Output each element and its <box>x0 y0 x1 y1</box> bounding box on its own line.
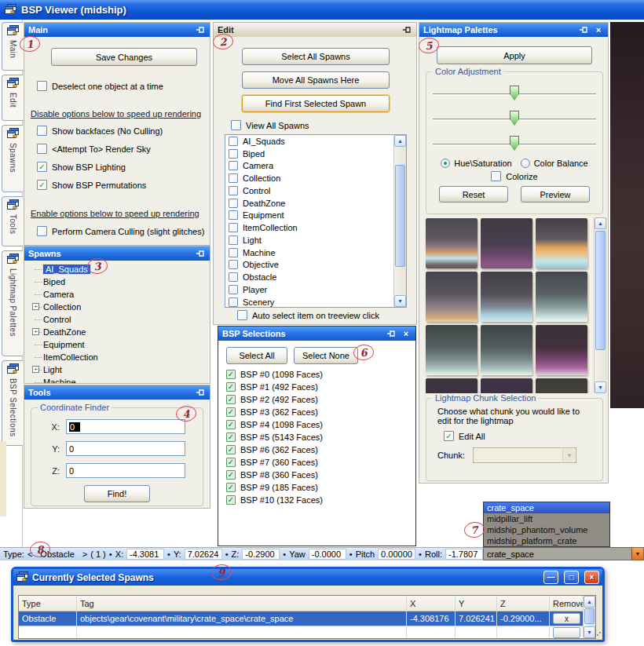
palette-scrollbar[interactable]: ▲ ▼ <box>594 217 607 393</box>
slider-thumb[interactable] <box>510 136 519 151</box>
coordinate-input-z[interactable]: 0 <box>66 463 185 478</box>
pin-icon[interactable] <box>578 24 589 35</box>
palette-swatch-11[interactable] <box>481 378 532 393</box>
unchecked-checkbox-icon[interactable] <box>229 199 238 208</box>
palette-swatch-8[interactable] <box>481 325 532 375</box>
save-changes-button[interactable]: Save Changes <box>51 48 197 66</box>
checkbox-view-all-spawns[interactable]: View All Spawns <box>231 120 309 130</box>
bsp-item-bsp-10-132-faces[interactable]: ✓BSP #10 (132 Faces) <box>223 494 412 506</box>
table-row-empty[interactable] <box>19 626 595 638</box>
bsp-item-bsp-2-492-faces[interactable]: ✓BSP #2 (492 Faces) <box>223 393 412 406</box>
palette-swatch-5[interactable] <box>481 272 532 322</box>
sidebar-tab-bsp-selections[interactable]: BSP Selections <box>2 360 23 446</box>
sidebar-tab-edit[interactable]: Edit <box>2 75 23 121</box>
select-all-spawns-button[interactable]: Select All Spawns <box>242 48 390 65</box>
expand-plus-icon[interactable]: + <box>32 303 39 310</box>
checked-checkbox-icon[interactable]: ✓ <box>226 470 236 480</box>
bsp-item-bsp-5-5143-faces[interactable]: ✓BSP #5 (5143 Faces) <box>223 431 412 443</box>
palette-swatch-2[interactable] <box>481 218 532 268</box>
select-all-button[interactable]: Select All <box>226 347 287 364</box>
checked-checkbox-icon[interactable]: ✓ <box>226 382 236 392</box>
unchecked-checkbox-icon[interactable] <box>491 171 501 181</box>
tree-item-machine[interactable]: Machine <box>32 376 210 383</box>
slider-thumb[interactable] <box>510 86 519 100</box>
color-balance-radio[interactable] <box>521 159 530 168</box>
scroll-thumb[interactable] <box>395 165 405 267</box>
expand-plus-icon[interactable]: + <box>32 366 39 373</box>
checkbox-show-bsp-lighting[interactable]: ✓Show BSP Lighting <box>37 162 163 172</box>
unchecked-checkbox-icon[interactable] <box>229 260 238 269</box>
checked-checkbox-icon[interactable]: ✓ <box>226 445 236 454</box>
slider-thumb[interactable] <box>510 111 519 126</box>
status-value-z[interactable]: -0.2900 <box>242 549 280 560</box>
remove-row-button[interactable]: x <box>553 613 580 624</box>
find-first-selected-spawn-button[interactable]: Find First Selected Spawn <box>242 95 390 112</box>
tree-item-camera[interactable]: Camera <box>32 288 210 301</box>
pin-icon[interactable] <box>401 24 412 35</box>
list-item-camera[interactable]: Camera <box>225 160 393 173</box>
tree-item-deathzone[interactable]: +DeathZone <box>32 326 210 338</box>
find-button[interactable]: Find! <box>84 485 150 502</box>
scroll-down-arrow[interactable]: ▼ <box>394 295 406 307</box>
edit-panel-header[interactable]: Edit <box>214 23 416 37</box>
unchecked-checkbox-icon[interactable] <box>229 235 238 245</box>
preview-button[interactable]: Preview <box>521 186 590 203</box>
tree-item-control[interactable]: Control <box>32 313 210 326</box>
pin-icon[interactable] <box>195 248 206 259</box>
checked-checkbox-icon[interactable]: ✓ <box>226 395 236 404</box>
list-item-control[interactable]: Control <box>225 184 393 197</box>
unchecked-checkbox-icon[interactable] <box>231 120 241 130</box>
checked-checkbox-icon[interactable]: ✓ <box>226 420 236 429</box>
list-item-biped[interactable]: Biped <box>225 148 393 160</box>
unchecked-checkbox-icon[interactable] <box>37 144 47 154</box>
scroll-down-arrow[interactable]: ▼ <box>595 381 606 393</box>
palette-swatch-12[interactable] <box>536 378 587 393</box>
unchecked-checkbox-icon[interactable] <box>37 126 47 136</box>
bsp-item-bsp-0-1098-faces[interactable]: ✓BSP #0 (1098 Faces) <box>223 368 412 381</box>
bsp-item-bsp-8-360-faces[interactable]: ✓BSP #8 (360 Faces) <box>223 469 412 481</box>
scroll-up-arrow[interactable]: ▲ <box>584 596 595 608</box>
spawns-panel-header[interactable]: Spawns <box>24 246 210 261</box>
column-header-type[interactable]: Type <box>19 596 77 611</box>
list-item-scenery[interactable]: Scenery <box>225 296 393 308</box>
sidebar-tab-lightmap-palettes[interactable]: Lightmap Palettes <box>2 250 23 356</box>
status-value-pitch[interactable]: 0.00000 <box>378 549 415 560</box>
dropdown-item-crate-space[interactable]: crate_space <box>484 502 609 513</box>
list-item-player[interactable]: Player <box>225 283 393 296</box>
unchecked-checkbox-icon[interactable] <box>229 297 238 307</box>
bsp-item-bsp-4-1098-faces[interactable]: ✓BSP #4 (1098 Faces) <box>223 418 412 431</box>
coordinate-input-x[interactable]: 0 <box>66 419 185 434</box>
checkbox-auto-select-item-on-treeview-click[interactable]: Auto select item on treeview click <box>237 310 379 320</box>
tree-item-equipment[interactable]: Equipment <box>32 338 210 351</box>
move-all-spawns-button[interactable]: Move All Spawns Here <box>242 71 390 89</box>
resize-grip[interactable] <box>594 631 602 639</box>
maximize-button[interactable]: □ <box>564 571 579 584</box>
checked-checkbox-icon[interactable]: ✓ <box>226 483 236 492</box>
checked-checkbox-icon[interactable]: ✓ <box>226 432 236 442</box>
status-value-y[interactable]: 7.02624 <box>185 549 222 560</box>
list-item-collection[interactable]: Collection <box>225 172 393 184</box>
close-icon[interactable]: × <box>593 24 604 35</box>
scroll-up-arrow[interactable]: ▲ <box>394 135 406 147</box>
checked-checkbox-icon[interactable]: ✓ <box>226 458 236 467</box>
checked-checkbox-icon[interactable]: ✓ <box>226 495 236 505</box>
list-item-light[interactable]: Light <box>225 234 393 246</box>
unchecked-checkbox-icon[interactable] <box>229 161 238 170</box>
apply-button[interactable]: Apply <box>437 46 592 64</box>
tree-item-biped[interactable]: Biped <box>32 276 210 288</box>
hue-saturation-radio[interactable] <box>441 159 450 168</box>
palette-swatch-9[interactable] <box>536 325 587 375</box>
checkbox-deselect-one-object-at-a-time[interactable]: Deselect one object at a time <box>37 81 163 91</box>
sidebar-tab-tools[interactable]: Tools <box>2 196 23 246</box>
close-button[interactable]: × <box>584 571 599 584</box>
column-header-tag[interactable]: Tag <box>77 596 407 611</box>
chevron-down-icon[interactable]: ▼ <box>631 548 643 560</box>
palette-swatch-1[interactable] <box>426 218 478 268</box>
tree-item-ai-squads[interactable]: AI_Squads <box>32 263 210 276</box>
unchecked-checkbox-icon[interactable] <box>237 310 247 320</box>
table-row[interactable]: Obstacleobjects\gear\covenant\military\c… <box>19 611 595 626</box>
listbox-scrollbar[interactable]: ▲ ▼ <box>393 135 406 307</box>
minimize-button[interactable]: — <box>543 571 558 584</box>
list-item-objective[interactable]: Objective <box>225 259 393 272</box>
pin-icon[interactable] <box>195 24 206 35</box>
